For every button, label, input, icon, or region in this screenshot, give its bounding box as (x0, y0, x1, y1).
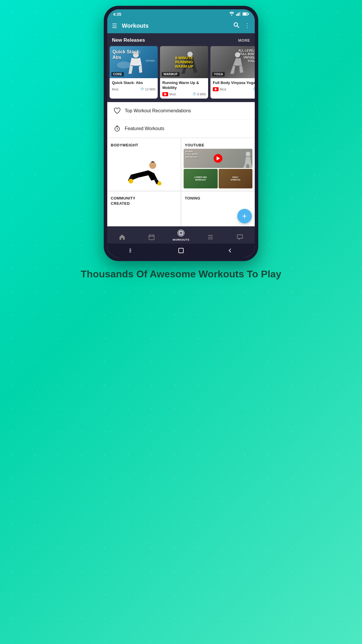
youtube-label: YOUTUBE (185, 143, 204, 147)
card-image-yoga: ALL LEVELSFULL BODYVINYASAYOGA YOGA (210, 46, 255, 78)
running-youtube-icon (162, 92, 168, 96)
list-icon (207, 234, 214, 241)
bottom-navigation: WORKOUTS (107, 226, 255, 244)
abs-card-name: Quick Stack: Abs (112, 80, 155, 85)
android-back[interactable] (227, 247, 234, 254)
top-recommendations-title: Top Workout Recommendations (125, 108, 191, 113)
timer-icon (113, 125, 121, 133)
workouts-label: WORKOUTS (173, 238, 189, 241)
card-image-abs: Quick Stack:Abs CORE shimble (110, 46, 158, 78)
yoga-card-meta: Mod. ⏱ (213, 87, 255, 91)
yt-play-yoga (215, 88, 217, 91)
bodyweight-label: BODYWEIGHT (111, 143, 138, 147)
svg-rect-5 (243, 13, 247, 15)
new-releases-header: New Releases MORE (107, 33, 255, 46)
svg-point-25 (180, 232, 182, 234)
running-duration: 8 MIN (197, 92, 206, 96)
abs-meta-left: Mod. (112, 88, 119, 91)
svg-rect-6 (248, 13, 249, 15)
abs-time-icon: ⏱ (140, 87, 144, 91)
status-bar: 4:35 (107, 9, 255, 18)
abs-time: ⏱ 12 MIN (140, 87, 155, 91)
search-icon[interactable] (233, 22, 240, 30)
svg-line-8 (237, 26, 239, 28)
category-card-toning[interactable]: TONING + (181, 191, 255, 226)
yoga-difficulty: Mod. (220, 88, 227, 91)
top-recommendations-row[interactable]: Top Workout Recommendations (107, 102, 255, 120)
running-overlay-title: 8-MINUTERUNNINGWARM UP (175, 56, 193, 69)
yoga-overlay-title: ALL LEVELSFULL BODYVINYASAYOGA (238, 49, 255, 63)
workout-card-abs[interactable]: Quick Stack:Abs CORE shimble Quick Stack… (110, 46, 158, 99)
shimble-watermark: shimble (146, 59, 155, 62)
yoga-time: ⏱ (253, 87, 255, 91)
more-icon[interactable]: ⋮ (244, 22, 250, 30)
menu-icon[interactable]: ☰ (112, 22, 117, 29)
featured-workouts-row[interactable]: Featured Workouts (107, 120, 255, 138)
phone-screen: 4:35 (107, 9, 255, 258)
svg-point-16 (157, 181, 161, 186)
toning-label: TONING (185, 196, 200, 200)
status-icons (229, 12, 249, 17)
toolbar-icons: ⋮ (233, 22, 250, 30)
yoga-time-icon: ⏱ (253, 87, 255, 91)
running-badge: WARMUP (162, 72, 180, 76)
abs-difficulty: Mod. (112, 88, 119, 91)
svg-rect-18 (149, 235, 154, 240)
svg-point-17 (246, 152, 250, 156)
yt-play-triangle (164, 93, 167, 96)
nav-item-calendar[interactable] (143, 234, 160, 241)
svg-rect-2 (238, 13, 239, 16)
running-difficulty: Mod. (169, 92, 176, 96)
app-title: Workouts (122, 22, 233, 29)
svg-rect-32 (179, 248, 183, 253)
running-card-info: Running Warm Up & Mobility Mod. ⏱ 8 MIN (160, 78, 208, 99)
nav-item-workouts[interactable]: WORKOUTS (172, 229, 190, 241)
community-label: COMMUNITYCREATED (111, 196, 136, 206)
heart-icon (113, 107, 121, 115)
workout-card-yoga[interactable]: ALL LEVELSFULL BODYVINYASAYOGA YOGA Full… (210, 46, 255, 99)
svg-point-7 (234, 23, 238, 26)
abs-card-title: Quick Stack:Abs (113, 49, 141, 60)
category-card-youtube[interactable]: YOUTUBE 30 MINFULL BODYWORKOUT (181, 138, 255, 191)
nav-item-list[interactable] (202, 234, 219, 241)
category-card-bodyweight[interactable]: BODYWEIGHT (107, 138, 181, 191)
calendar-icon (148, 234, 155, 241)
wifi-icon (229, 12, 234, 17)
app-toolbar: ☰ Workouts ⋮ (107, 18, 255, 33)
battery-icon (242, 12, 249, 17)
yoga-card-info: Full Body Vinyasa Yoga Mod. ⏱ (210, 78, 255, 94)
android-home[interactable] (178, 247, 184, 254)
nav-item-chat[interactable] (231, 234, 249, 241)
phone-device: 4:35 (104, 6, 258, 261)
nav-item-home[interactable] (113, 234, 131, 241)
more-button[interactable]: MORE (238, 38, 250, 43)
abs-badge: CORE (111, 72, 124, 76)
svg-point-15 (129, 179, 133, 183)
svg-point-14 (149, 162, 156, 169)
running-yt: Mod. (162, 92, 176, 96)
running-card-meta: Mod. ⏱ 8 MIN (162, 92, 206, 96)
card-image-running: 8-MINUTERUNNINGWARM UP WARMUP (160, 46, 208, 78)
yoga-youtube-icon (213, 87, 219, 91)
new-releases-title: New Releases (112, 37, 145, 43)
svg-rect-3 (240, 12, 240, 16)
category-card-community[interactable]: COMMUNITYCREATED (107, 191, 181, 226)
yoga-card-name: Full Body Vinyasa Yoga (213, 80, 255, 85)
yt-main-text: 30 MINFULL BODYWORKOUT (185, 150, 199, 159)
running-time: ⏱ 8 MIN (193, 92, 206, 96)
featured-workouts-title: Featured Workouts (125, 126, 164, 131)
status-time: 4:35 (113, 12, 121, 17)
fab-button[interactable]: + (237, 209, 252, 223)
abs-card-meta: Mod. ⏱ 12 MIN (112, 87, 155, 91)
running-card-name: Running Warm Up & Mobility (162, 80, 206, 90)
running-time-icon: ⏱ (193, 92, 196, 96)
category-grid: BODYWEIGHT (107, 138, 255, 226)
youtube-main-thumb: 30 MINFULL BODYWORKOUT (184, 149, 252, 168)
android-recent[interactable] (128, 247, 135, 254)
yoga-badge: YOGA (212, 72, 225, 76)
abs-duration: 12 MIN (145, 88, 155, 91)
yt-thumb-1-text: LOWER ABSWORKOUT (194, 176, 208, 182)
bodyweight-figure (125, 157, 163, 191)
workout-cards-scroll: Quick Stack:Abs CORE shimble Quick Stack… (107, 46, 255, 102)
workout-card-running[interactable]: 8-MINUTERUNNINGWARM UP WARMUP Running Wa… (160, 46, 208, 99)
